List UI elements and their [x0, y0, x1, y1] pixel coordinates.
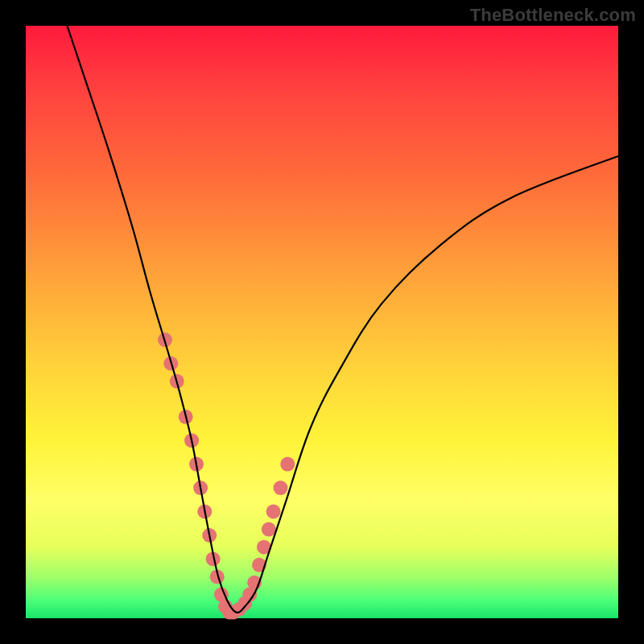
highlight-dot — [274, 481, 288, 495]
chart-frame: TheBottleneck.com — [0, 0, 644, 644]
main-curve-path — [68, 26, 619, 613]
highlight-dot — [262, 522, 276, 537]
highlight-dots-group — [158, 332, 295, 619]
chart-svg — [26, 26, 618, 618]
highlight-dot — [266, 505, 281, 519]
highlight-dot — [280, 457, 295, 472]
plot-area — [26, 26, 618, 618]
watermark-label: TheBottleneck.com — [470, 5, 636, 26]
